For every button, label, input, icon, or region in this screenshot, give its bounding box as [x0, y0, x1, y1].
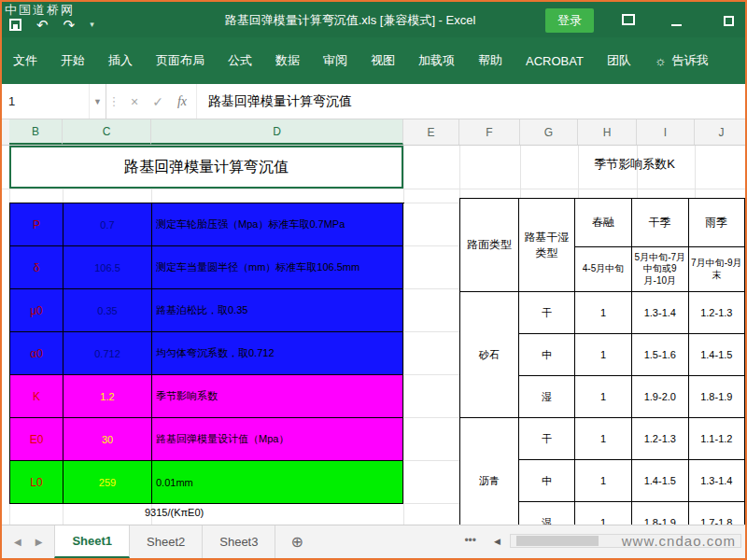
column-header-h[interactable]: H	[578, 119, 637, 145]
tab-acrobat[interactable]: ACROBAT	[526, 54, 584, 68]
season-cell[interactable]: 1.4-1.5	[688, 334, 744, 376]
param-symbol-cell[interactable]: E0	[10, 418, 63, 461]
param-symbol-cell[interactable]: δ	[10, 246, 63, 289]
param-desc-cell[interactable]: 测定车轮胎压强（Mpa）标准车取0.7MPa	[152, 203, 403, 246]
season-cell[interactable]: 1	[575, 502, 632, 525]
param-symbol-cell[interactable]: α0	[10, 332, 63, 375]
main-title-cell[interactable]: 路基回弹模量计算弯沉值	[9, 146, 403, 189]
column-header-g[interactable]: G	[520, 119, 578, 145]
season-table-title[interactable]: 季节影响系数K	[520, 156, 745, 173]
season-subheader-cell[interactable]: 5月中旬-7月中旬或9月-10月	[632, 247, 689, 292]
param-desc-cell[interactable]: 路基泊松比，取0.35	[152, 289, 403, 332]
season-cell[interactable]: 1.8-1.9	[632, 502, 689, 525]
insert-function-icon[interactable]: fx	[177, 94, 187, 109]
name-box[interactable]: 1 ▼	[2, 84, 106, 119]
param-desc-cell[interactable]: 季节影响系数	[152, 375, 403, 418]
tab-insert[interactable]: 插入	[108, 52, 133, 69]
season-cell[interactable]: 1.7-1.8	[688, 502, 744, 525]
param-desc-cell[interactable]: 测定车当量圆半径（mm）标准车取106.5mm	[152, 246, 403, 289]
minimize-icon[interactable]	[671, 24, 682, 26]
season-cell[interactable]: 1.2-1.3	[632, 418, 689, 460]
season-cell[interactable]: 1	[575, 292, 632, 334]
redo-icon[interactable]: ↷	[63, 18, 76, 32]
tab-help[interactable]: 帮助	[478, 52, 502, 69]
column-header-f[interactable]: F	[459, 119, 520, 145]
next-sheet-icon[interactable]: ▶	[35, 537, 43, 547]
season-cell[interactable]: 1	[575, 460, 632, 502]
tab-sheet2[interactable]: Sheet2	[130, 525, 203, 558]
column-header-e[interactable]: E	[403, 119, 459, 145]
season-cell[interactable]: 1.2-1.3	[688, 292, 744, 334]
season-cell[interactable]: 1.8-1.9	[688, 376, 744, 418]
param-value-cell[interactable]: 0.712	[63, 332, 152, 375]
worksheet-grid[interactable]: 路基回弹模量计算弯沉值 季节影响系数K P 0.7 测定车轮胎压强（Mpa）标准…	[2, 146, 745, 525]
season-subheader-cell[interactable]: 7月中旬-9月末	[688, 247, 744, 292]
season-cell[interactable]: 1.4-1.5	[632, 460, 689, 502]
column-header-b[interactable]: B	[9, 119, 63, 145]
formula-input[interactable]: 路基回弹模量计算弯沉值	[197, 84, 745, 119]
param-desc-cell[interactable]: 0.01mm	[152, 461, 403, 504]
season-header-cell[interactable]: 路面类型	[460, 199, 519, 292]
season-cell[interactable]: 干	[518, 418, 574, 460]
tab-file[interactable]: 文件	[13, 52, 37, 69]
param-value-cell[interactable]: 30	[63, 418, 152, 461]
column-header-d[interactable]: D	[151, 119, 403, 145]
scrollbar-thumb[interactable]	[516, 536, 599, 546]
tell-me-box[interactable]: ☼ 告诉我	[655, 52, 709, 69]
param-symbol-cell[interactable]: K	[10, 375, 63, 418]
tab-page-layout[interactable]: 页面布局	[156, 52, 204, 69]
param-value-cell[interactable]: 259	[63, 461, 152, 504]
season-cell[interactable]: 1.3-1.4	[688, 460, 744, 502]
param-desc-cell[interactable]: 路基回弹模量设计值（Mpa）	[152, 418, 403, 461]
tab-home[interactable]: 开始	[61, 52, 85, 69]
qat-customize-icon[interactable]: ▾	[90, 21, 94, 29]
tab-review[interactable]: 审阅	[323, 52, 347, 69]
season-cell[interactable]: 1.3-1.4	[632, 292, 689, 334]
season-header-cell[interactable]: 雨季	[688, 199, 744, 247]
tab-team[interactable]: 团队	[607, 52, 631, 69]
column-header-j[interactable]: J	[695, 119, 747, 145]
param-value-cell[interactable]: 0.7	[63, 203, 152, 246]
tabbar-more-icon[interactable]: •••	[464, 534, 476, 547]
pavement-type-cell[interactable]: 砂石	[460, 292, 519, 418]
param-symbol-cell[interactable]: μ0	[10, 289, 63, 332]
season-header-cell[interactable]: 干季	[632, 199, 689, 247]
cancel-icon[interactable]: ×	[131, 94, 138, 109]
tab-sheet1[interactable]: Sheet1	[54, 525, 130, 558]
prev-sheet-icon[interactable]: ◀	[14, 537, 21, 547]
param-value-cell[interactable]: 0.35	[63, 289, 152, 332]
season-cell[interactable]: 1	[575, 376, 632, 418]
new-sheet-icon[interactable]: ⊕	[290, 525, 303, 558]
ribbon-display-options-icon[interactable]	[622, 14, 635, 25]
tab-addins[interactable]: 加载项	[418, 52, 455, 69]
tab-formulas[interactable]: 公式	[228, 52, 252, 69]
formula-bar-drag-handle[interactable]: ⋮	[106, 84, 121, 119]
enter-icon[interactable]: ✓	[152, 94, 163, 109]
tab-data[interactable]: 数据	[275, 52, 300, 69]
season-cell[interactable]: 1.5-1.6	[632, 334, 689, 376]
maximize-icon[interactable]	[724, 16, 734, 26]
login-button[interactable]: 登录	[545, 8, 594, 33]
scroll-left-icon[interactable]: ◀	[494, 537, 500, 546]
season-cell[interactable]: 中	[518, 334, 574, 376]
tab-view[interactable]: 视图	[371, 52, 395, 69]
name-box-dropdown-icon[interactable]: ▼	[89, 84, 106, 119]
season-cell[interactable]: 湿	[518, 502, 574, 525]
save-icon[interactable]	[9, 19, 21, 31]
season-cell[interactable]: 1.1-1.2	[688, 418, 744, 460]
season-header-cell[interactable]: 春融	[575, 199, 632, 247]
param-desc-cell[interactable]: 均匀体弯沉系数，取0.712	[152, 332, 403, 375]
season-cell[interactable]: 中	[518, 460, 574, 502]
param-symbol-cell[interactable]: P	[10, 203, 63, 246]
season-cell[interactable]: 1	[575, 418, 632, 460]
param-symbol-cell[interactable]: L0	[10, 461, 63, 504]
column-header-c[interactable]: C	[63, 119, 151, 145]
undo-icon[interactable]: ↶	[36, 18, 49, 32]
season-header-cell[interactable]: 路基干湿类型	[518, 199, 574, 292]
season-cell[interactable]: 湿	[518, 376, 574, 418]
param-value-cell[interactable]: 106.5	[63, 246, 152, 289]
formula-note-cell[interactable]: 9315/(KπE0)	[145, 507, 204, 518]
param-value-cell[interactable]: 1.2	[63, 375, 152, 418]
season-cell[interactable]: 1	[575, 334, 632, 376]
season-cell[interactable]: 1.9-2.0	[632, 376, 689, 418]
